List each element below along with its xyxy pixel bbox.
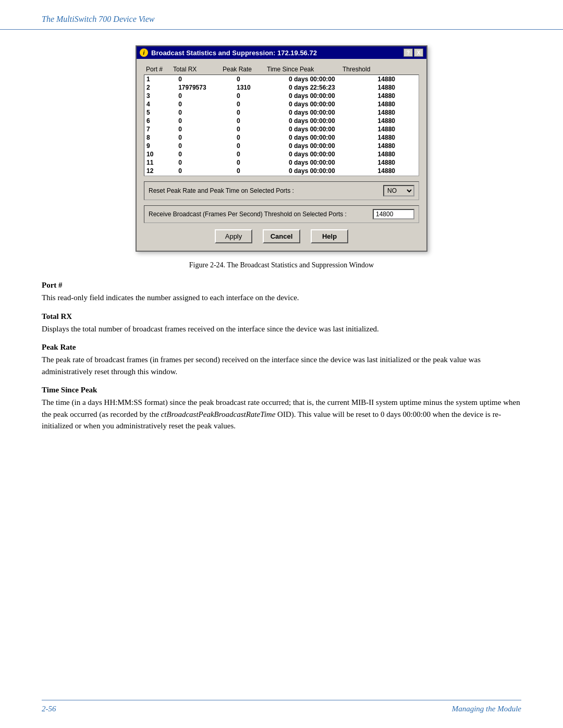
- threshold-input[interactable]: [373, 209, 414, 219]
- cell-peakrate: 0: [235, 142, 287, 150]
- doc-section-total_rx: Total RXDisplays the total number of bro…: [42, 312, 521, 335]
- footer-page-number: 2-56: [42, 705, 56, 713]
- cell-totalrx: 0: [176, 108, 235, 117]
- cell-timesincepeak: 0 days 00:00:00: [287, 125, 376, 133]
- cell-port: 11: [144, 158, 176, 167]
- dialog-help-button[interactable]: ?: [403, 48, 413, 57]
- cell-timesincepeak: 0 days 00:00:00: [287, 92, 376, 100]
- cell-timesincepeak: 0 days 00:00:00: [287, 167, 376, 175]
- table-header-row: Port # Total RX Peak Rate Time Since Pea…: [144, 64, 419, 75]
- cell-threshold: 14880: [376, 75, 419, 83]
- dialog-body: Port # Total RX Peak Rate Time Since Pea…: [137, 59, 426, 251]
- table-row: 4 0 0 0 days 00:00:00 14880: [144, 100, 419, 108]
- doc-section-title-peak_rate: Peak Rate: [42, 343, 521, 352]
- cell-threshold: 14880: [376, 150, 419, 158]
- doc-section-text-time_since_peak: The time (in a days HH:MM:SS format) sin…: [42, 397, 521, 432]
- dialog-close-button[interactable]: X: [414, 48, 423, 57]
- cell-peakrate: 0: [235, 108, 287, 117]
- doc-section-text-peak_rate: The peak rate of broadcast frames (in fr…: [42, 354, 521, 377]
- cell-timesincepeak: 0 days 00:00:00: [287, 133, 376, 142]
- cell-peakrate: 0: [235, 158, 287, 167]
- doc-section-text-port_hash: This read-only field indicates the numbe…: [42, 292, 521, 304]
- cell-threshold: 14880: [376, 142, 419, 150]
- reset-label: Reset Peak Rate and Peak Time on Selecte…: [149, 187, 383, 194]
- cell-port: 8: [144, 133, 176, 142]
- stats-table-container[interactable]: 1 0 0 0 days 00:00:00 14880 2 17979573 1…: [144, 75, 419, 176]
- cell-totalrx: 0: [176, 117, 235, 125]
- cell-timesincepeak: 0 days 00:00:00: [287, 117, 376, 125]
- cell-port: 4: [144, 100, 176, 108]
- cell-totalrx: 0: [176, 158, 235, 167]
- cell-peakrate: 0: [235, 167, 287, 175]
- cell-port: 7: [144, 125, 176, 133]
- table-row: 12 0 0 0 days 00:00:00 14880: [144, 167, 419, 175]
- cell-totalrx: 0: [176, 125, 235, 133]
- cell-timesincepeak: 0 days 00:00:00: [287, 75, 376, 83]
- cell-timesincepeak: 0 days 00:00:00: [287, 158, 376, 167]
- cell-port: 6: [144, 117, 176, 125]
- cell-threshold: 14880: [376, 117, 419, 125]
- cell-peakrate: 0: [235, 75, 287, 83]
- doc-section-title-port_hash: Port #: [42, 281, 521, 290]
- dialog-controls: Reset Peak Rate and Peak Time on Selecte…: [144, 181, 419, 223]
- cell-port: 5: [144, 108, 176, 117]
- cell-port: 10: [144, 150, 176, 158]
- col-header-threshold: Threshold: [342, 66, 379, 73]
- cell-peakrate: 1310: [235, 83, 287, 92]
- doc-section-title-total_rx: Total RX: [42, 312, 521, 321]
- cell-peakrate: 0: [235, 117, 287, 125]
- reset-control-row: Reset Peak Rate and Peak Time on Selecte…: [144, 181, 419, 200]
- dialog-titlebar: i Broadcast Statistics and Suppression: …: [137, 46, 426, 59]
- dialog-title-buttons: ? X: [403, 48, 423, 57]
- cell-threshold: 14880: [376, 83, 419, 92]
- dialog-app-icon: i: [140, 48, 148, 57]
- reset-dropdown[interactable]: NO YES: [383, 185, 414, 196]
- cell-totalrx: 0: [176, 75, 235, 83]
- cell-threshold: 14880: [376, 133, 419, 142]
- cell-totalrx: 0: [176, 150, 235, 158]
- table-row: 2 17979573 1310 0 days 22:56:23 14880: [144, 83, 419, 92]
- cell-threshold: 14880: [376, 167, 419, 175]
- doc-section-title-time_since_peak: Time Since Peak: [42, 386, 521, 394]
- table-row: 5 0 0 0 days 00:00:00 14880: [144, 108, 419, 117]
- cell-timesincepeak: 0 days 00:00:00: [287, 150, 376, 158]
- col-header-timesincepeak: Time Since Peak: [267, 66, 342, 73]
- dialog-wrapper: i Broadcast Statistics and Suppression: …: [42, 45, 521, 252]
- doc-section-text-total_rx: Displays the total number of broadcast f…: [42, 323, 521, 335]
- cell-threshold: 14880: [376, 125, 419, 133]
- page-footer: 2-56 Managing the Module: [42, 700, 521, 713]
- cell-timesincepeak: 0 days 22:56:23: [287, 83, 376, 92]
- table-row: 8 0 0 0 days 00:00:00 14880: [144, 133, 419, 142]
- table-row: 10 0 0 0 days 00:00:00 14880: [144, 150, 419, 158]
- col-header-totalrx: Total RX: [173, 66, 223, 73]
- cell-peakrate: 0: [235, 100, 287, 108]
- main-content: i Broadcast Statistics and Suppression: …: [0, 30, 563, 461]
- cell-peakrate: 0: [235, 133, 287, 142]
- doc-section-peak_rate: Peak RateThe peak rate of broadcast fram…: [42, 343, 521, 377]
- cell-timesincepeak: 0 days 00:00:00: [287, 108, 376, 117]
- cell-threshold: 14880: [376, 158, 419, 167]
- table-row: 7 0 0 0 days 00:00:00 14880: [144, 125, 419, 133]
- doc-section-port_hash: Port #This read-only field indicates the…: [42, 281, 521, 304]
- apply-button[interactable]: Apply: [215, 229, 252, 243]
- cell-port: 12: [144, 167, 176, 175]
- table-row: 1 0 0 0 days 00:00:00 14880: [144, 75, 419, 83]
- threshold-control-row: Receive Broadcast (Frames Per Second) Th…: [144, 205, 419, 223]
- footer-section: Managing the Module: [452, 705, 521, 713]
- figure-caption: Figure 2-24. The Broadcast Statistics an…: [42, 261, 521, 269]
- cell-totalrx: 0: [176, 142, 235, 150]
- page-header: The MultiSwitch 700 Device View: [0, 0, 563, 30]
- cancel-button[interactable]: Cancel: [263, 229, 300, 243]
- doc-section-time_since_peak: Time Since PeakThe time (in a days HH:MM…: [42, 386, 521, 432]
- col-header-port: Port #: [146, 66, 173, 73]
- help-button[interactable]: Help: [311, 229, 348, 243]
- cell-port: 2: [144, 83, 176, 92]
- stats-table-scroll[interactable]: 1 0 0 0 days 00:00:00 14880 2 17979573 1…: [144, 75, 419, 176]
- cell-threshold: 14880: [376, 92, 419, 100]
- doc-sections: Port #This read-only field indicates the…: [42, 281, 521, 432]
- broadcast-statistics-dialog: i Broadcast Statistics and Suppression: …: [136, 45, 427, 252]
- cell-port: 1: [144, 75, 176, 83]
- cell-threshold: 14880: [376, 100, 419, 108]
- cell-totalrx: 17979573: [176, 83, 235, 92]
- col-header-peakrate: Peak Rate: [223, 66, 267, 73]
